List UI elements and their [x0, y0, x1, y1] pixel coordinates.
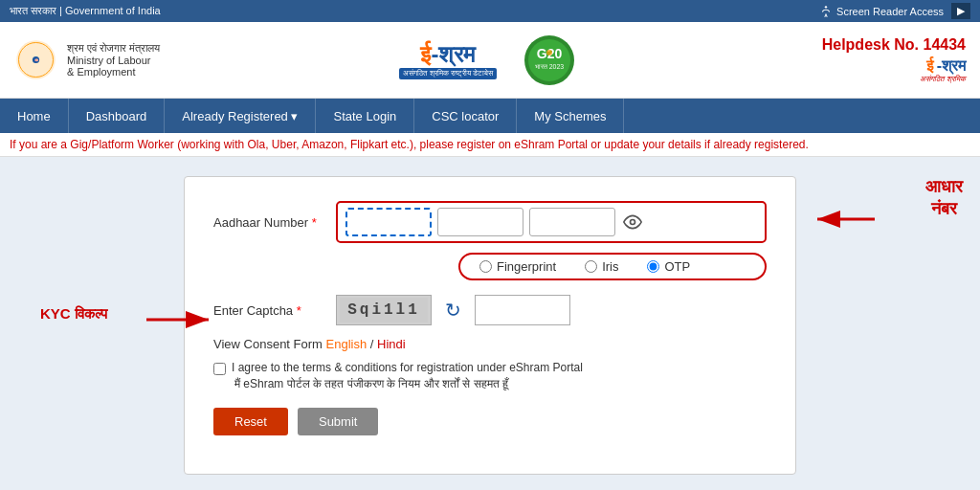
fingerprint-radio[interactable] [479, 260, 492, 273]
marquee-content: If you are a Gig/Platform Worker (workin… [10, 138, 809, 151]
g20-badge: G20 भारत 2023 [516, 35, 583, 85]
kyc-arrow-svg [142, 308, 218, 331]
kyc-annotation: KYC विकल्प [40, 305, 107, 323]
top-bar: भारत सरकार | Government of India Screen … [0, 0, 980, 22]
gov-text: भारत सरकार | Government of India [10, 5, 161, 17]
top-bar-right: Screen Reader Access ▶ [819, 3, 970, 19]
consent-row: View Consent Form English / Hindi [213, 337, 767, 351]
aadhaar-input-3[interactable] [529, 208, 615, 236]
kyc-iris[interactable]: Iris [585, 259, 618, 274]
marquee-bar: If you are a Gig/Platform Worker (workin… [0, 133, 980, 157]
otp-radio[interactable] [647, 260, 659, 273]
aadhaar-input-1[interactable] [345, 208, 432, 236]
terms-english-text: I agree to the terms & conditions for re… [232, 361, 583, 374]
eshram-tagline: असंगठित श्रमिक राष्ट्रीय डेटाबेस [399, 68, 498, 79]
svg-text:भारत 2023: भारत 2023 [535, 63, 565, 70]
header: 🪷 श्रम एवं रोजगार मंत्रालय Ministry of L… [0, 22, 980, 99]
reset-button[interactable]: Reset [213, 408, 288, 435]
svg-point-9 [546, 50, 552, 56]
aadhaar-input-section [336, 201, 767, 243]
consent-hindi-link[interactable]: Hindi [377, 337, 406, 351]
header-right: Helpdesk No. 14434 ई -श्रम असंगठित श्रमि… [822, 36, 966, 84]
kyc-otp[interactable]: OTP [647, 259, 690, 274]
consent-english-link[interactable]: English [326, 337, 368, 351]
captcha-input[interactable] [475, 295, 570, 325]
navigation: Home Dashboard Already Registered ▾ Stat… [0, 99, 980, 133]
terms-checkbox[interactable] [213, 363, 226, 375]
ashoka-emblem: 🪷 [14, 38, 57, 81]
kyc-row: Fingerprint Iris OTP [213, 253, 767, 280]
helpdesk-text: Helpdesk No. 14434 [822, 36, 966, 54]
screen-reader-section: Screen Reader Access [819, 5, 944, 18]
nav-dashboard[interactable]: Dashboard [69, 99, 166, 133]
svg-point-0 [825, 6, 827, 8]
registration-form: Aadhaar Number * F [184, 176, 796, 475]
next-button[interactable]: ▶ [951, 3, 970, 19]
screen-reader-label: Screen Reader Access [836, 6, 944, 17]
eshram-brand: ई-श्रम [399, 41, 498, 68]
nav-already-registered[interactable]: Already Registered ▾ [165, 99, 316, 133]
terms-checkbox-section: I agree to the terms & conditions for re… [213, 361, 767, 390]
nav-my-schemes[interactable]: My Schemes [517, 99, 624, 133]
checkbox-line: I agree to the terms & conditions for re… [213, 361, 767, 375]
eye-toggle-icon[interactable] [621, 211, 644, 234]
aadhaar-hindi-annotation: आधारनंबर [925, 176, 963, 221]
refresh-captcha-icon[interactable]: ↻ [445, 299, 461, 322]
captcha-image: Sqi1l1 [336, 295, 432, 325]
ministry-english: Ministry of Labour [67, 55, 160, 66]
aadhaar-input-2[interactable] [437, 208, 523, 236]
eshram-tagline-right: असंगठित श्रमिक [920, 75, 966, 84]
aadhaar-label: Aadhaar Number * [213, 215, 328, 230]
nav-csc-locator[interactable]: CSC locator [414, 99, 517, 133]
terms-hindi-text: मैं eShram पोर्टल के तहत पंजीकरण के नियम… [234, 377, 767, 390]
marquee-text: If you are a Gig/Platform Worker (workin… [10, 138, 970, 151]
ministry-hindi: श्रम एवं रोजगार मंत्रालय [67, 42, 160, 55]
kyc-arrow [142, 308, 218, 335]
g20-logo-svg: G20 भारत 2023 [516, 35, 583, 85]
kyc-fingerprint[interactable]: Fingerprint [479, 259, 556, 274]
header-center: ई-श्रम असंगठित श्रमिक राष्ट्रीय डेटाबेस … [399, 35, 584, 85]
eshram-logo: ई-श्रम असंगठित श्रमिक राष्ट्रीय डेटाबेस [399, 41, 498, 79]
main-content: आधारनंबर KYC विकल्प [0, 157, 980, 490]
eshram-right-logo: ई -श्रम [926, 57, 966, 75]
accessibility-icon [819, 5, 833, 18]
iris-radio[interactable] [585, 260, 597, 273]
nav-state-login[interactable]: State Login [316, 99, 414, 133]
nav-home[interactable]: Home [0, 99, 69, 133]
aadhaar-row: Aadhaar Number * [213, 201, 767, 243]
captcha-label: Enter Captcha * [213, 303, 328, 318]
form-buttons: Reset Submit [213, 408, 767, 435]
captcha-row: Enter Captcha * Sqi1l1 ↻ [213, 295, 767, 325]
aadhaar-arrow-svg [808, 205, 884, 234]
aadhaar-arrow [808, 205, 884, 237]
ministry-info: श्रम एवं रोजगार मंत्रालय Ministry of Lab… [67, 42, 160, 78]
ministry-english2: & Employment [67, 66, 160, 78]
kyc-options: Fingerprint Iris OTP [458, 253, 767, 280]
eye-svg [623, 212, 642, 232]
eshram-right-text: ई [926, 57, 933, 75]
svg-point-16 [631, 220, 635, 225]
submit-button[interactable]: Submit [298, 408, 378, 435]
header-left: 🪷 श्रम एवं रोजगार मंत्रालय Ministry of L… [14, 38, 160, 81]
